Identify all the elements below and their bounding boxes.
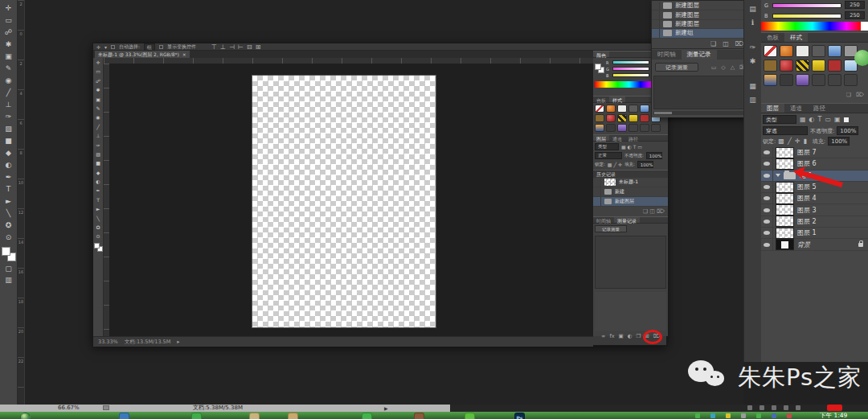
tool-icon[interactable]: ◐ bbox=[0, 159, 17, 171]
filter-icon[interactable]: ▦ bbox=[800, 116, 806, 123]
panel-tab[interactable]: 时间轴 bbox=[652, 50, 682, 60]
channel-slider[interactable] bbox=[612, 60, 649, 64]
foreground-color-swatch[interactable] bbox=[2, 247, 10, 256]
tool-icon[interactable]: ⊙ bbox=[96, 232, 100, 240]
style-swatch[interactable] bbox=[617, 114, 627, 122]
tool-icon[interactable]: ▨ bbox=[0, 123, 17, 135]
panel-tab[interactable]: 样式 bbox=[609, 97, 625, 102]
panel-tab[interactable]: 路径 bbox=[808, 104, 831, 113]
tool-icon[interactable]: ▣ bbox=[96, 95, 100, 104]
tool-icon[interactable]: ⊥ bbox=[0, 99, 17, 111]
style-swatch[interactable] bbox=[651, 124, 661, 132]
layer-row[interactable]: 图层 7 bbox=[761, 147, 868, 158]
history-state-row[interactable]: 新建图层 bbox=[652, 20, 747, 29]
channel-value[interactable]: 250 bbox=[845, 11, 865, 19]
inner-history-buttons[interactable]: ❏ ◫ ⌦ bbox=[643, 208, 665, 215]
tool-icon[interactable]: ◉ bbox=[96, 113, 100, 121]
tool-icon[interactable]: ✪ bbox=[0, 220, 17, 232]
tool-icon[interactable]: ✎ bbox=[96, 104, 100, 113]
filter-icon[interactable]: ▭ bbox=[825, 116, 831, 123]
tray-icon[interactable] bbox=[787, 413, 792, 418]
blend-mode-dropdown[interactable]: 穿透 bbox=[763, 126, 808, 135]
history-state-row[interactable]: 新建 bbox=[593, 187, 668, 197]
panel-tab[interactable]: 图层 bbox=[593, 135, 609, 141]
status-dropdown-icon[interactable] bbox=[103, 405, 109, 410]
style-swatch[interactable] bbox=[617, 124, 627, 132]
history-state-row[interactable]: 新建图层 bbox=[652, 10, 747, 19]
lock-icon[interactable]: ✛ bbox=[795, 138, 800, 145]
panel-tab[interactable]: 测量记录 bbox=[682, 50, 717, 60]
align-icon[interactable]: ⊤ bbox=[211, 43, 217, 51]
align-icon[interactable]: ⊢ bbox=[238, 43, 244, 51]
panel-tab[interactable]: 通道 bbox=[784, 104, 808, 113]
style-swatch[interactable] bbox=[780, 74, 793, 86]
filter-toggle[interactable] bbox=[844, 117, 849, 122]
history-state-row[interactable]: 新建图层 bbox=[593, 197, 668, 207]
tool-icon[interactable]: ✛ bbox=[0, 2, 17, 14]
tool-icon[interactable]: ╲ bbox=[96, 214, 100, 223]
tool-icon[interactable]: ✑ bbox=[96, 141, 100, 150]
filter-icon[interactable]: ▣ bbox=[834, 116, 841, 123]
visibility-toggle[interactable] bbox=[761, 170, 773, 181]
taskbar-app-icon[interactable] bbox=[362, 413, 372, 419]
measure-icon[interactable]: ◇ bbox=[721, 64, 725, 71]
panel-tab[interactable]: 图层 bbox=[761, 104, 784, 113]
tool-icon[interactable]: ◐ bbox=[96, 177, 100, 186]
tray-mini-icon[interactable] bbox=[772, 405, 776, 410]
channel-slider[interactable] bbox=[772, 14, 841, 18]
layer-panel-button-icon[interactable]: ▣ bbox=[619, 333, 624, 339]
tray-icon[interactable] bbox=[695, 413, 700, 418]
taskbar-app-icon[interactable]: Ps bbox=[514, 413, 525, 419]
filter-icons[interactable]: ▦ ◐ T ▭ bbox=[621, 144, 642, 150]
auto-select-dropdown[interactable]: 组 bbox=[144, 43, 155, 51]
tray-mini-icon[interactable] bbox=[760, 405, 764, 410]
tray-icon[interactable] bbox=[772, 413, 776, 418]
history-state-row[interactable]: 新建组 bbox=[652, 29, 747, 38]
visibility-toggle[interactable] bbox=[761, 182, 773, 192]
close-icon[interactable]: × bbox=[182, 51, 186, 58]
zoom-level[interactable]: 66.67% bbox=[58, 405, 80, 412]
record-measurements-button[interactable]: 记录测量 bbox=[655, 63, 698, 72]
tool-icon[interactable]: ✑ bbox=[0, 111, 17, 123]
dock-panel-icon[interactable]: ▤ bbox=[749, 4, 756, 14]
style-swatch[interactable] bbox=[764, 60, 777, 72]
style-swatch[interactable] bbox=[812, 60, 825, 72]
layer-row[interactable]: 图层 2 bbox=[761, 216, 868, 228]
taskbar-clock[interactable]: 下午 1:49 bbox=[820, 412, 847, 419]
measure-icon[interactable]: △ bbox=[731, 64, 735, 71]
history-button-icon[interactable]: ◫ bbox=[723, 40, 729, 47]
lock-icon[interactable]: ╱ bbox=[788, 138, 792, 145]
tool-icon[interactable]: ✎ bbox=[0, 63, 17, 75]
style-swatch[interactable] bbox=[796, 60, 809, 72]
panel-tab[interactable]: 测量记录 bbox=[614, 217, 640, 223]
tray-icon[interactable] bbox=[756, 413, 761, 418]
tray-icon[interactable] bbox=[741, 413, 746, 418]
layer-thumbnail[interactable] bbox=[776, 205, 793, 215]
layer-row[interactable]: 背景 bbox=[761, 239, 868, 250]
tool-icon[interactable]: ✛ bbox=[96, 58, 100, 67]
opacity-value[interactable]: 100% bbox=[837, 126, 858, 135]
tool-icon[interactable]: ► bbox=[96, 204, 100, 213]
style-swatch[interactable] bbox=[595, 114, 604, 122]
panel-tab[interactable]: 色板 bbox=[761, 33, 784, 42]
layer-row[interactable]: 图层 3 bbox=[761, 204, 868, 216]
history-source-column[interactable] bbox=[652, 29, 660, 37]
style-swatch[interactable] bbox=[628, 114, 638, 122]
blend-mode-dropdown[interactable]: 正常 bbox=[595, 152, 622, 159]
style-swatch[interactable] bbox=[640, 105, 649, 113]
tool-icon[interactable]: ◆ bbox=[96, 168, 100, 177]
style-swatch[interactable] bbox=[796, 74, 809, 86]
tool-icon[interactable]: ► bbox=[0, 195, 17, 207]
panel-tab[interactable]: 时间轴 bbox=[593, 217, 614, 223]
style-swatch[interactable] bbox=[764, 45, 777, 57]
style-swatch[interactable] bbox=[617, 105, 627, 113]
align-icon[interactable]: ⊟ bbox=[247, 43, 252, 51]
auto-select-checkbox[interactable] bbox=[111, 45, 115, 49]
dock-panel-icon[interactable]: ✱ bbox=[750, 56, 756, 66]
zoom-level[interactable]: 33.33% bbox=[98, 339, 118, 345]
layer-thumbnail[interactable] bbox=[776, 240, 793, 249]
visibility-toggle[interactable] bbox=[761, 147, 773, 158]
tool-icon[interactable]: ▨ bbox=[96, 150, 100, 158]
panel-tab[interactable]: 路径 bbox=[625, 135, 641, 141]
visibility-toggle[interactable] bbox=[761, 239, 773, 249]
